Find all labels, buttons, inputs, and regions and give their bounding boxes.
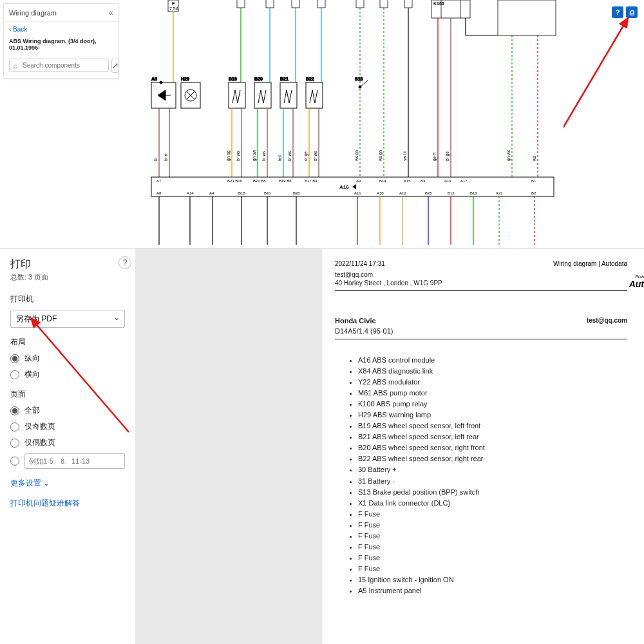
svg-text:A4: A4 [209,191,214,195]
svg-text:A10: A10 [377,191,384,195]
svg-text:br rt: br rt [164,153,168,161]
svg-text:B21 B8: B21 B8 [253,179,266,183]
pages-custom-input[interactable] [24,453,125,469]
pages-even[interactable]: 仅偶数页 [10,437,125,448]
component-list-item: X1 Data link connector (DLC) [358,498,627,509]
more-settings-link[interactable]: 更多设置 ⌄ [10,478,125,489]
preview-doc-title: Wiring diagram | Autodata [553,260,627,267]
print-preview-page: 2022/11/24 17:31 Wiring diagram | Autoda… [322,249,644,644]
svg-text:F: F [172,1,175,6]
svg-text:br ws: br ws [313,151,317,161]
wiring-viewer: Wiring diagram « Back ABS Wiring diagram… [0,0,644,248]
component-list-item: B20 ABS wheel speed sensor, right front [358,442,627,453]
svg-text:S13: S13 [355,77,363,81]
component-list-item: F Fuse [358,509,627,520]
component-list-item: H29 ABS warning lamp [358,410,627,421]
svg-text:br ge: br ge [445,151,450,161]
svg-text:K100: K100 [433,1,444,6]
print-icon[interactable]: ⎙ [626,6,638,18]
component-list-item: A16 ABS control module [358,355,627,366]
svg-line-41 [360,80,368,87]
help-icon[interactable]: ? [118,256,131,269]
svg-text:br ws: br ws [236,151,240,161]
svg-text:gn ws: gn ws [506,149,511,161]
svg-text:A7: A7 [156,179,162,183]
component-list-item: Y22 ABS modulator [358,377,627,388]
vehicle-name: Honda Civic [335,317,376,325]
svg-text:B17 B4: B17 B4 [305,179,317,183]
diagram-title: ABS Wiring diagram, (3/4 door), 01.01.19… [4,37,118,55]
component-list-item: B22 ABS wheel speed sensor, right rear [358,453,627,464]
svg-text:br ws: br ws [287,151,292,161]
component-list-item: S13 Brake pedal position (BPP) switch [358,487,627,498]
troubleshoot-link[interactable]: 打印机问题疑难解答 [10,498,125,509]
collapse-icon[interactable]: « [109,8,113,17]
component-list-item: F Fuse [358,520,627,531]
pages-all[interactable]: 全部 [10,405,125,416]
component-list-item: 15 Ignition switch - ignition ON [358,574,627,585]
svg-text:br ws: br ws [261,151,266,161]
svg-point-25 [160,81,162,84]
expand-icon[interactable]: ⤢ [111,59,119,73]
preview-timestamp: 2022/11/24 17:31 [335,260,385,267]
svg-text:ws gn: ws gn [378,150,383,162]
svg-text:A16: A16 [339,184,349,190]
svg-text:B12: B12 [448,191,455,195]
svg-text:H29: H29 [181,77,189,81]
component-list-item: 31 Battery - [358,476,627,487]
svg-text:A21: A21 [496,191,503,195]
svg-text:A19: A19 [444,179,451,183]
svg-text:B20: B20 [254,77,263,81]
svg-text:B25: B25 [425,191,432,195]
vehicle-variant: D14A5/1.4 (95-01) [335,327,627,335]
svg-text:B2: B2 [531,191,536,195]
svg-text:A14: A14 [187,191,194,195]
search-input[interactable] [9,59,109,72]
svg-text:B1: B1 [531,179,536,183]
pages-odd[interactable]: 仅奇数页 [10,421,125,432]
component-list-item: B21 ABS wheel speed sensor, left rear [358,431,627,442]
component-list-item: M61 ABS pump motor [358,388,627,399]
component-panel: Wiring diagram « Back ABS Wiring diagram… [3,3,119,79]
component-list-item: F Fuse [358,553,627,564]
svg-text:A17: A17 [460,179,468,183]
svg-text:B3: B3 [421,179,426,183]
svg-text:B22: B22 [306,77,314,81]
svg-rect-8 [498,0,556,35]
layout-portrait[interactable]: 纵向 [10,353,125,364]
svg-text:gn sw: gn sw [252,150,257,161]
svg-text:br: br [153,156,158,161]
svg-text:sw bl: sw bl [402,151,407,161]
back-link[interactable]: Back [4,22,118,37]
autodata-logo: Pow Aut [629,274,644,289]
svg-text:A11: A11 [354,191,361,195]
svg-text:A15: A15 [404,179,411,183]
svg-text:B13: B13 [470,191,477,195]
layout-label: 布局 [10,337,125,348]
page-count: 总数: 3 页面 [10,272,125,282]
svg-text:B16: B16 [264,191,271,195]
layout-landscape[interactable]: 横向 [10,369,125,380]
svg-text:B23 B10: B23 B10 [227,179,243,183]
vehicle-email: test@qq.com [587,317,627,324]
print-dialog: ? 打印 总数: 3 页面 打印机 另存为 PDF 布局 纵向 横向 页面 全部… [0,248,644,644]
svg-text:B26: B26 [293,191,300,195]
svg-text:ws: ws [532,155,536,162]
svg-text:hbl: hbl [278,155,282,161]
wiring-diagram[interactable]: F 7,5A K100 [126,0,564,245]
svg-text:A8: A8 [156,191,162,195]
help-icon[interactable]: ? [612,6,623,18]
svg-text:A9: A9 [356,179,361,183]
svg-rect-35 [280,82,297,108]
svg-text:B18: B18 [238,191,245,195]
svg-rect-37 [306,82,323,108]
preview-email: test@qq.com [335,271,627,278]
svg-text:ge rt: ge rt [432,153,437,161]
print-settings-panel: ? 打印 总数: 3 页面 打印机 另存为 PDF 布局 纵向 横向 页面 全部… [0,249,135,644]
svg-text:B14: B14 [379,179,386,183]
panel-title: Wiring diagram [9,9,57,17]
component-list-item: A5 Instrument panel [358,585,627,596]
printer-select[interactable]: 另存为 PDF [10,310,125,328]
svg-text:A5: A5 [151,77,157,81]
pages-custom[interactable] [10,453,125,469]
